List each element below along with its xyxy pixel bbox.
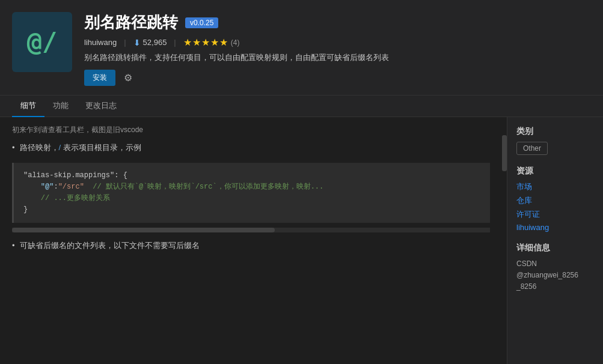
- bullet-dot-1: •: [12, 143, 15, 152]
- action-row: 安装 ⚙: [84, 70, 591, 86]
- separator2: |: [174, 38, 176, 47]
- extension-header: @/ 别名路径跳转 v0.0.25 lihuiwang | ⬇ 52,965 |…: [0, 0, 603, 96]
- rating-row: ★★★★★ (4): [183, 37, 240, 48]
- download-icon: ⬇: [133, 38, 141, 47]
- meta-row: lihuiwang | ⬇ 52,965 | ★★★★★ (4): [84, 37, 591, 48]
- version-badge: v0.0.25: [185, 17, 218, 28]
- install-button[interactable]: 安装: [84, 70, 115, 86]
- category-heading: 类别: [516, 126, 594, 137]
- title-row: 别名路径跳转 v0.0.25: [84, 12, 591, 33]
- sidebar-detail-section: 详细信息 CSDN @zhuangwei_8256 _8256: [516, 243, 594, 293]
- bullet-item-2: • 可缺省后缀名的文件列表，以下文件不需要写后缀名: [12, 235, 490, 256]
- code-line-3: // ...更多映射关系: [23, 193, 480, 204]
- tabs-bar: 细节 功能 更改日志: [0, 96, 603, 117]
- plugin-icon: @/: [12, 12, 72, 72]
- settings-icon-button[interactable]: ⚙: [121, 70, 135, 86]
- tab-features[interactable]: 功能: [44, 96, 77, 117]
- bullet-item-1: • 路径映射，/ 表示项目根目录，示例: [12, 138, 490, 158]
- stars: ★★★★★: [183, 37, 228, 48]
- tab-details[interactable]: 细节: [12, 96, 44, 117]
- resource-link-market[interactable]: 市场: [516, 181, 594, 192]
- resource-link-repo[interactable]: 仓库: [516, 195, 594, 206]
- main-content: 初来乍到请查看工具栏，截图是旧vscode • 路径映射，/ 表示项目根目录，示…: [0, 117, 603, 365]
- detail-text-1: CSDN @zhuangwei_8256: [516, 258, 594, 281]
- code-line-2: "@":"/src" // 默认只有`@`映射，映射到`/src`，你可以添加更…: [23, 181, 480, 193]
- tab-changelog[interactable]: 更改日志: [77, 96, 125, 117]
- vertical-scrollbar-thumb: [502, 135, 507, 171]
- detail-heading: 详细信息: [516, 243, 594, 253]
- rating-count: (4): [231, 38, 240, 47]
- plugin-title: 别名路径跳转: [84, 12, 178, 33]
- horizontal-scrollbar-thumb: [12, 228, 275, 232]
- plugin-description: 别名路径跳转插件，支持任何项目，可以自由配置映射规则，自由配置可缺省后缀名列表: [84, 52, 591, 64]
- gear-icon: ⚙: [124, 73, 132, 83]
- download-info: ⬇ 52,965: [133, 38, 167, 47]
- bullet-dot-2: •: [12, 241, 15, 250]
- sidebar-resources-section: 资源 市场 仓库 许可证 lihuiwang: [516, 166, 594, 232]
- bullet-text-1: 路径映射，/ 表示项目根目录，示例: [20, 142, 141, 153]
- code-line-4: }: [23, 204, 480, 216]
- resource-link-license[interactable]: 许可证: [516, 209, 594, 220]
- category-badge[interactable]: Other: [516, 142, 548, 155]
- sidebar: 类别 Other 资源 市场 仓库 许可证 lihuiwang 详细信息 CSD…: [507, 117, 603, 365]
- code-line-1: "alias-skip.mappings": {: [23, 170, 480, 181]
- plugin-icon-text: @/: [27, 29, 58, 55]
- author-name: lihuiwang: [84, 38, 117, 47]
- resources-heading: 资源: [516, 166, 594, 177]
- plugin-info: 别名路径跳转 v0.0.25 lihuiwang | ⬇ 52,965 | ★★…: [84, 12, 591, 86]
- detail-text-2: _8256: [516, 281, 594, 293]
- download-count: 52,965: [143, 38, 167, 47]
- separator: |: [124, 38, 126, 47]
- horizontal-scrollbar[interactable]: [12, 228, 490, 232]
- vertical-scrollbar[interactable]: [502, 117, 507, 365]
- bullet-text-2: 可缺省后缀名的文件列表，以下文件不需要写后缀名: [20, 240, 200, 251]
- resource-link-author[interactable]: lihuiwang: [516, 223, 594, 232]
- sidebar-category-section: 类别 Other: [516, 126, 594, 155]
- app-container: @/ 别名路径跳转 v0.0.25 lihuiwang | ⬇ 52,965 |…: [0, 0, 603, 364]
- truncated-line: 初来乍到请查看工具栏，截图是旧vscode: [12, 117, 490, 138]
- code-block: "alias-skip.mappings": { "@":"/src" // 默…: [12, 163, 490, 223]
- content-area[interactable]: 初来乍到请查看工具栏，截图是旧vscode • 路径映射，/ 表示项目根目录，示…: [0, 117, 502, 365]
